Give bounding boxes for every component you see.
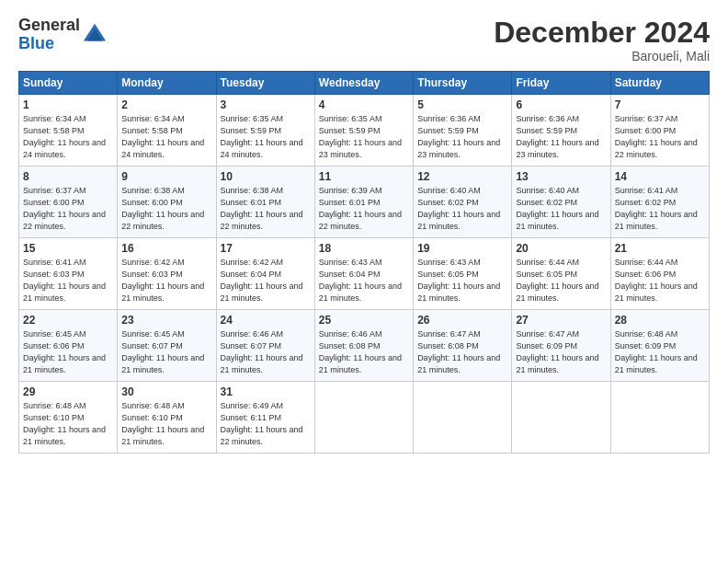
day-info: Sunrise: 6:38 AMSunset: 6:01 PMDaylight:… bbox=[221, 185, 311, 233]
calendar-cell: 6Sunrise: 6:36 AMSunset: 5:59 PMDaylight… bbox=[512, 95, 610, 167]
day-number: 10 bbox=[221, 170, 311, 183]
day-info: Sunrise: 6:47 AMSunset: 6:08 PMDaylight:… bbox=[417, 328, 507, 376]
day-info: Sunrise: 6:37 AMSunset: 6:00 PMDaylight:… bbox=[23, 185, 113, 233]
calendar-cell: 3Sunrise: 6:35 AMSunset: 5:59 PMDaylight… bbox=[216, 95, 314, 167]
day-number: 22 bbox=[23, 314, 113, 327]
location-label: Baroueli, Mali bbox=[494, 49, 710, 63]
calendar-cell: 25Sunrise: 6:46 AMSunset: 6:08 PMDayligh… bbox=[314, 310, 413, 382]
calendar-cell bbox=[610, 382, 709, 454]
calendar-week-row: 8Sunrise: 6:37 AMSunset: 6:00 PMDaylight… bbox=[19, 167, 710, 238]
day-info: Sunrise: 6:44 AMSunset: 6:05 PMDaylight:… bbox=[516, 257, 606, 304]
day-info: Sunrise: 6:43 AMSunset: 6:05 PMDaylight:… bbox=[417, 257, 507, 304]
header-tuesday: Tuesday bbox=[216, 72, 314, 95]
day-number: 3 bbox=[221, 98, 311, 111]
day-info: Sunrise: 6:37 AMSunset: 6:00 PMDaylight:… bbox=[615, 113, 705, 161]
weekday-header-row: Sunday Monday Tuesday Wednesday Thursday… bbox=[19, 72, 710, 95]
month-year-title: December 2024 bbox=[494, 17, 710, 49]
day-info: Sunrise: 6:42 AMSunset: 6:04 PMDaylight:… bbox=[221, 257, 311, 304]
day-info: Sunrise: 6:46 AMSunset: 6:08 PMDaylight:… bbox=[319, 328, 409, 376]
calendar-cell: 12Sunrise: 6:40 AMSunset: 6:02 PMDayligh… bbox=[414, 167, 512, 238]
day-info: Sunrise: 6:48 AMSunset: 6:09 PMDaylight:… bbox=[615, 328, 705, 376]
calendar-week-row: 1Sunrise: 6:34 AMSunset: 5:58 PMDaylight… bbox=[19, 95, 710, 167]
logo: General Blue bbox=[18, 17, 108, 53]
day-number: 1 bbox=[23, 98, 113, 111]
day-info: Sunrise: 6:36 AMSunset: 5:59 PMDaylight:… bbox=[516, 113, 606, 161]
day-info: Sunrise: 6:40 AMSunset: 6:02 PMDaylight:… bbox=[417, 185, 507, 233]
day-number: 21 bbox=[615, 242, 705, 255]
day-info: Sunrise: 6:41 AMSunset: 6:03 PMDaylight:… bbox=[23, 257, 113, 304]
day-number: 6 bbox=[516, 98, 606, 111]
day-info: Sunrise: 6:39 AMSunset: 6:01 PMDaylight:… bbox=[319, 185, 409, 233]
calendar-cell: 5Sunrise: 6:36 AMSunset: 5:59 PMDaylight… bbox=[414, 95, 512, 167]
day-number: 17 bbox=[221, 242, 311, 255]
day-info: Sunrise: 6:47 AMSunset: 6:09 PMDaylight:… bbox=[516, 328, 606, 376]
day-number: 11 bbox=[319, 170, 409, 183]
calendar-cell bbox=[512, 382, 610, 454]
day-number: 18 bbox=[319, 242, 409, 255]
calendar-cell: 13Sunrise: 6:40 AMSunset: 6:02 PMDayligh… bbox=[512, 167, 610, 238]
day-info: Sunrise: 6:40 AMSunset: 6:02 PMDaylight:… bbox=[516, 185, 606, 233]
day-number: 31 bbox=[221, 385, 311, 398]
day-info: Sunrise: 6:45 AMSunset: 6:07 PMDaylight:… bbox=[121, 328, 211, 376]
calendar-cell: 9Sunrise: 6:38 AMSunset: 6:00 PMDaylight… bbox=[118, 167, 216, 238]
day-info: Sunrise: 6:42 AMSunset: 6:03 PMDaylight:… bbox=[121, 257, 211, 304]
logo-blue: Blue bbox=[18, 35, 80, 53]
header-wednesday: Wednesday bbox=[314, 72, 413, 95]
day-info: Sunrise: 6:48 AMSunset: 6:10 PMDaylight:… bbox=[121, 400, 211, 448]
logo-general: General bbox=[18, 17, 80, 35]
day-number: 28 bbox=[615, 314, 705, 327]
day-number: 25 bbox=[319, 314, 409, 327]
calendar-cell: 2Sunrise: 6:34 AMSunset: 5:58 PMDaylight… bbox=[118, 95, 216, 167]
calendar-cell: 10Sunrise: 6:38 AMSunset: 6:01 PMDayligh… bbox=[216, 167, 314, 238]
day-info: Sunrise: 6:36 AMSunset: 5:59 PMDaylight:… bbox=[417, 113, 507, 161]
day-number: 20 bbox=[516, 242, 606, 255]
day-number: 23 bbox=[121, 314, 211, 327]
day-number: 5 bbox=[417, 98, 507, 111]
day-number: 4 bbox=[319, 98, 409, 111]
day-info: Sunrise: 6:38 AMSunset: 6:00 PMDaylight:… bbox=[121, 185, 211, 233]
calendar-cell: 8Sunrise: 6:37 AMSunset: 6:00 PMDaylight… bbox=[19, 167, 118, 238]
calendar-cell bbox=[414, 382, 512, 454]
day-info: Sunrise: 6:35 AMSunset: 5:59 PMDaylight:… bbox=[319, 113, 409, 161]
calendar-cell: 27Sunrise: 6:47 AMSunset: 6:09 PMDayligh… bbox=[512, 310, 610, 382]
calendar-cell: 19Sunrise: 6:43 AMSunset: 6:05 PMDayligh… bbox=[414, 238, 512, 310]
calendar-cell: 20Sunrise: 6:44 AMSunset: 6:05 PMDayligh… bbox=[512, 238, 610, 310]
day-info: Sunrise: 6:43 AMSunset: 6:04 PMDaylight:… bbox=[319, 257, 409, 304]
day-number: 19 bbox=[417, 242, 507, 255]
calendar-cell: 17Sunrise: 6:42 AMSunset: 6:04 PMDayligh… bbox=[216, 238, 314, 310]
calendar-cell: 7Sunrise: 6:37 AMSunset: 6:00 PMDaylight… bbox=[610, 95, 709, 167]
title-block: December 2024 Baroueli, Mali bbox=[494, 17, 710, 63]
logo-text-block: General Blue bbox=[18, 17, 108, 53]
logo-text: General Blue bbox=[18, 17, 80, 53]
header-thursday: Thursday bbox=[414, 72, 512, 95]
day-number: 9 bbox=[121, 170, 211, 183]
day-info: Sunrise: 6:41 AMSunset: 6:02 PMDaylight:… bbox=[615, 185, 705, 233]
day-info: Sunrise: 6:48 AMSunset: 6:10 PMDaylight:… bbox=[23, 400, 113, 448]
day-info: Sunrise: 6:34 AMSunset: 5:58 PMDaylight:… bbox=[23, 113, 113, 161]
day-info: Sunrise: 6:45 AMSunset: 6:06 PMDaylight:… bbox=[23, 328, 113, 376]
header-saturday: Saturday bbox=[610, 72, 709, 95]
calendar-cell: 16Sunrise: 6:42 AMSunset: 6:03 PMDayligh… bbox=[118, 238, 216, 310]
calendar-cell: 1Sunrise: 6:34 AMSunset: 5:58 PMDaylight… bbox=[19, 95, 118, 167]
calendar-cell: 21Sunrise: 6:44 AMSunset: 6:06 PMDayligh… bbox=[610, 238, 709, 310]
calendar-cell: 11Sunrise: 6:39 AMSunset: 6:01 PMDayligh… bbox=[314, 167, 413, 238]
calendar-week-row: 29Sunrise: 6:48 AMSunset: 6:10 PMDayligh… bbox=[19, 382, 710, 454]
calendar-cell: 29Sunrise: 6:48 AMSunset: 6:10 PMDayligh… bbox=[19, 382, 118, 454]
calendar-cell: 30Sunrise: 6:48 AMSunset: 6:10 PMDayligh… bbox=[118, 382, 216, 454]
calendar-cell: 28Sunrise: 6:48 AMSunset: 6:09 PMDayligh… bbox=[610, 310, 709, 382]
calendar-week-row: 15Sunrise: 6:41 AMSunset: 6:03 PMDayligh… bbox=[19, 238, 710, 310]
day-info: Sunrise: 6:44 AMSunset: 6:06 PMDaylight:… bbox=[615, 257, 705, 304]
day-number: 2 bbox=[121, 98, 211, 111]
calendar-cell: 23Sunrise: 6:45 AMSunset: 6:07 PMDayligh… bbox=[118, 310, 216, 382]
calendar-cell: 22Sunrise: 6:45 AMSunset: 6:06 PMDayligh… bbox=[19, 310, 118, 382]
day-info: Sunrise: 6:49 AMSunset: 6:11 PMDaylight:… bbox=[221, 400, 311, 448]
header-friday: Friday bbox=[512, 72, 610, 95]
day-info: Sunrise: 6:34 AMSunset: 5:58 PMDaylight:… bbox=[121, 113, 211, 161]
day-info: Sunrise: 6:46 AMSunset: 6:07 PMDaylight:… bbox=[221, 328, 311, 376]
day-number: 13 bbox=[516, 170, 606, 183]
day-number: 14 bbox=[615, 170, 705, 183]
day-number: 8 bbox=[23, 170, 113, 183]
page: General Blue December 2024 Baroueli, Mal… bbox=[0, 0, 728, 563]
header-sunday: Sunday bbox=[19, 72, 118, 95]
day-info: Sunrise: 6:35 AMSunset: 5:59 PMDaylight:… bbox=[221, 113, 311, 161]
